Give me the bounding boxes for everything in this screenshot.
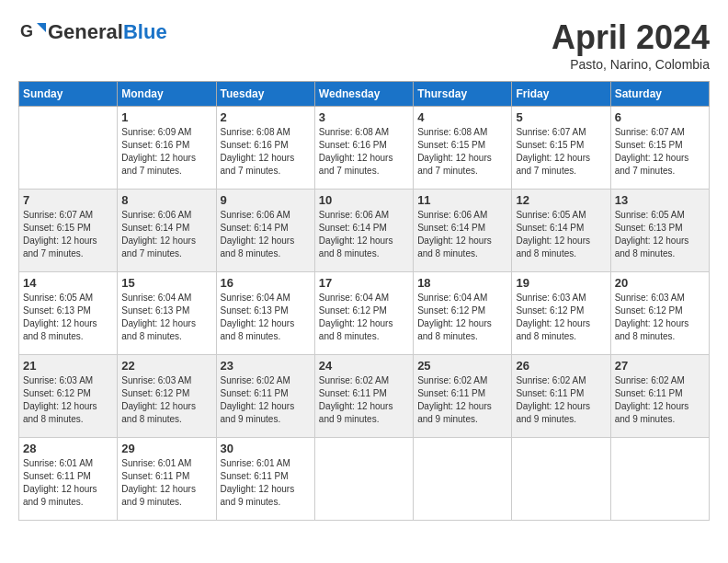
day-info: Sunrise: 6:01 AM Sunset: 6:11 PM Dayligh… xyxy=(221,457,311,509)
calendar-cell: 29Sunrise: 6:01 AM Sunset: 6:11 PM Dayli… xyxy=(118,438,216,521)
day-number: 5 xyxy=(516,110,606,124)
logo-icon: G xyxy=(18,18,46,46)
day-info: Sunrise: 6:05 AM Sunset: 6:14 PM Dayligh… xyxy=(516,209,606,260)
day-number: 19 xyxy=(516,276,606,290)
day-info: Sunrise: 6:08 AM Sunset: 6:15 PM Dayligh… xyxy=(417,126,507,178)
weekday-header-thursday: Thursday xyxy=(414,82,512,107)
calendar-cell: 19Sunrise: 6:03 AM Sunset: 6:12 PM Dayli… xyxy=(512,272,610,355)
calendar-cell: 25Sunrise: 6:02 AM Sunset: 6:11 PM Dayli… xyxy=(414,355,512,438)
calendar-cell: 5Sunrise: 6:07 AM Sunset: 6:15 PM Daylig… xyxy=(512,107,610,190)
calendar-cell: 17Sunrise: 6:04 AM Sunset: 6:12 PM Dayli… xyxy=(314,272,413,355)
day-info: Sunrise: 6:04 AM Sunset: 6:12 PM Dayligh… xyxy=(319,292,409,343)
day-number: 7 xyxy=(23,193,113,207)
weekday-header-sunday: Sunday xyxy=(19,82,118,107)
day-number: 26 xyxy=(516,359,606,373)
day-info: Sunrise: 6:03 AM Sunset: 6:12 PM Dayligh… xyxy=(516,292,606,343)
weekday-header-row: SundayMondayTuesdayWednesdayThursdayFrid… xyxy=(19,82,710,107)
day-number: 29 xyxy=(121,442,211,455)
calendar-cell: 6Sunrise: 6:07 AM Sunset: 6:15 PM Daylig… xyxy=(610,107,709,190)
day-number: 18 xyxy=(417,276,507,290)
weekday-header-wednesday: Wednesday xyxy=(314,82,413,107)
day-number: 22 xyxy=(121,359,211,373)
day-info: Sunrise: 6:03 AM Sunset: 6:12 PM Dayligh… xyxy=(23,374,113,426)
day-info: Sunrise: 6:09 AM Sunset: 6:16 PM Dayligh… xyxy=(121,126,211,178)
day-number: 1 xyxy=(121,110,211,124)
calendar-cell xyxy=(610,438,709,521)
day-number: 27 xyxy=(615,359,705,373)
day-number: 21 xyxy=(23,359,113,373)
calendar-cell: 26Sunrise: 6:02 AM Sunset: 6:11 PM Dayli… xyxy=(512,355,610,438)
calendar-cell: 2Sunrise: 6:08 AM Sunset: 6:16 PM Daylig… xyxy=(216,107,314,190)
calendar-cell: 10Sunrise: 6:06 AM Sunset: 6:14 PM Dayli… xyxy=(314,190,413,272)
day-info: Sunrise: 6:06 AM Sunset: 6:14 PM Dayligh… xyxy=(121,209,211,260)
calendar-cell: 16Sunrise: 6:04 AM Sunset: 6:13 PM Dayli… xyxy=(216,272,314,355)
day-number: 11 xyxy=(417,193,507,207)
calendar-cell: 11Sunrise: 6:06 AM Sunset: 6:14 PM Dayli… xyxy=(414,190,512,272)
calendar-cell xyxy=(414,438,512,521)
day-number: 4 xyxy=(417,110,507,124)
calendar-cell: 23Sunrise: 6:02 AM Sunset: 6:11 PM Dayli… xyxy=(216,355,314,438)
day-number: 30 xyxy=(221,442,311,455)
weekday-header-monday: Monday xyxy=(118,82,216,107)
day-info: Sunrise: 6:06 AM Sunset: 6:14 PM Dayligh… xyxy=(319,209,409,260)
calendar-cell: 12Sunrise: 6:05 AM Sunset: 6:14 PM Dayli… xyxy=(512,190,610,272)
day-number: 10 xyxy=(319,193,409,207)
day-number: 9 xyxy=(221,193,311,207)
weekday-header-saturday: Saturday xyxy=(610,82,709,107)
day-info: Sunrise: 6:03 AM Sunset: 6:12 PM Dayligh… xyxy=(615,292,705,343)
day-number: 3 xyxy=(319,110,409,124)
day-info: Sunrise: 6:01 AM Sunset: 6:11 PM Dayligh… xyxy=(23,457,113,509)
calendar-cell: 3Sunrise: 6:08 AM Sunset: 6:16 PM Daylig… xyxy=(314,107,413,190)
calendar-table: SundayMondayTuesdayWednesdayThursdayFrid… xyxy=(18,81,710,521)
calendar-cell: 18Sunrise: 6:04 AM Sunset: 6:12 PM Dayli… xyxy=(414,272,512,355)
svg-text:G: G xyxy=(20,22,33,40)
calendar-cell: 20Sunrise: 6:03 AM Sunset: 6:12 PM Dayli… xyxy=(610,272,709,355)
day-info: Sunrise: 6:04 AM Sunset: 6:13 PM Dayligh… xyxy=(121,292,211,343)
day-number: 23 xyxy=(221,359,311,373)
day-number: 24 xyxy=(319,359,409,373)
day-number: 20 xyxy=(615,276,705,290)
day-number: 13 xyxy=(615,193,705,207)
calendar-week-row: 14Sunrise: 6:05 AM Sunset: 6:13 PM Dayli… xyxy=(19,272,710,355)
day-info: Sunrise: 6:05 AM Sunset: 6:13 PM Dayligh… xyxy=(615,209,705,260)
calendar-cell: 24Sunrise: 6:02 AM Sunset: 6:11 PM Dayli… xyxy=(314,355,413,438)
day-info: Sunrise: 6:04 AM Sunset: 6:13 PM Dayligh… xyxy=(221,292,311,343)
calendar-cell: 8Sunrise: 6:06 AM Sunset: 6:14 PM Daylig… xyxy=(118,190,216,272)
location-title: Pasto, Narino, Colombia xyxy=(552,57,710,72)
day-info: Sunrise: 6:08 AM Sunset: 6:16 PM Dayligh… xyxy=(221,126,311,178)
calendar-cell xyxy=(19,107,118,190)
calendar-cell: 21Sunrise: 6:03 AM Sunset: 6:12 PM Dayli… xyxy=(19,355,118,438)
day-info: Sunrise: 6:06 AM Sunset: 6:14 PM Dayligh… xyxy=(417,209,507,260)
header: G GeneralBlue April 2024 Pasto, Narino, … xyxy=(18,18,710,72)
calendar-cell: 28Sunrise: 6:01 AM Sunset: 6:11 PM Dayli… xyxy=(19,438,118,521)
logo-general-text: General xyxy=(48,20,123,43)
calendar-cell: 22Sunrise: 6:03 AM Sunset: 6:12 PM Dayli… xyxy=(118,355,216,438)
day-info: Sunrise: 6:07 AM Sunset: 6:15 PM Dayligh… xyxy=(23,209,113,260)
calendar-cell: 7Sunrise: 6:07 AM Sunset: 6:15 PM Daylig… xyxy=(19,190,118,272)
day-number: 15 xyxy=(121,276,211,290)
weekday-header-tuesday: Tuesday xyxy=(216,82,314,107)
day-number: 16 xyxy=(221,276,311,290)
day-number: 8 xyxy=(121,193,211,207)
logo-blue-text: Blue xyxy=(123,20,167,43)
calendar-week-row: 28Sunrise: 6:01 AM Sunset: 6:11 PM Dayli… xyxy=(19,438,710,521)
calendar-cell: 9Sunrise: 6:06 AM Sunset: 6:14 PM Daylig… xyxy=(216,190,314,272)
day-info: Sunrise: 6:04 AM Sunset: 6:12 PM Dayligh… xyxy=(417,292,507,343)
day-number: 25 xyxy=(417,359,507,373)
month-year-title: April 2024 xyxy=(552,18,710,57)
day-info: Sunrise: 6:02 AM Sunset: 6:11 PM Dayligh… xyxy=(615,374,705,426)
day-number: 17 xyxy=(319,276,409,290)
day-info: Sunrise: 6:02 AM Sunset: 6:11 PM Dayligh… xyxy=(221,374,311,426)
calendar-week-row: 21Sunrise: 6:03 AM Sunset: 6:12 PM Dayli… xyxy=(19,355,710,438)
day-info: Sunrise: 6:07 AM Sunset: 6:15 PM Dayligh… xyxy=(516,126,606,178)
calendar-cell: 27Sunrise: 6:02 AM Sunset: 6:11 PM Dayli… xyxy=(610,355,709,438)
calendar-cell: 15Sunrise: 6:04 AM Sunset: 6:13 PM Dayli… xyxy=(118,272,216,355)
day-number: 28 xyxy=(23,442,113,455)
weekday-header-friday: Friday xyxy=(512,82,610,107)
calendar-cell: 14Sunrise: 6:05 AM Sunset: 6:13 PM Dayli… xyxy=(19,272,118,355)
day-number: 6 xyxy=(615,110,705,124)
svg-marker-1 xyxy=(37,23,46,32)
calendar-cell xyxy=(512,438,610,521)
day-info: Sunrise: 6:08 AM Sunset: 6:16 PM Dayligh… xyxy=(319,126,409,178)
calendar-cell: 30Sunrise: 6:01 AM Sunset: 6:11 PM Dayli… xyxy=(216,438,314,521)
